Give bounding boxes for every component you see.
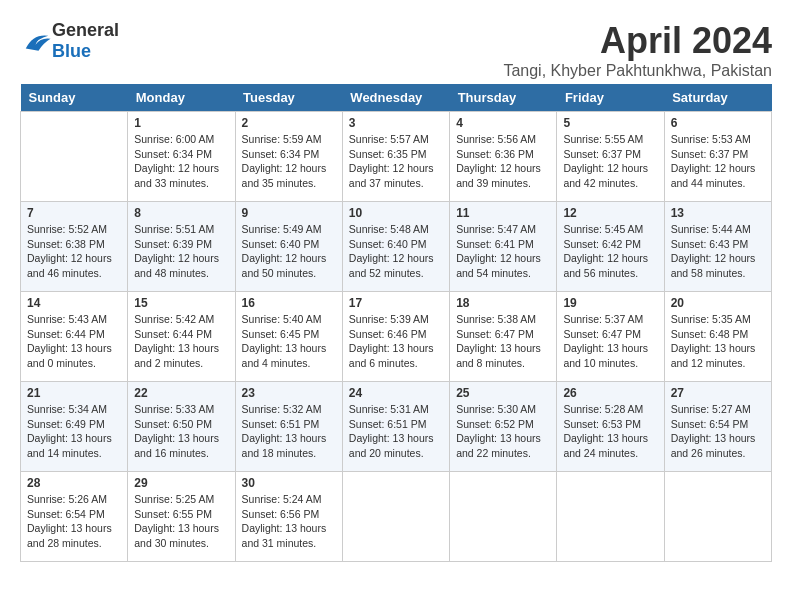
day-info: Sunrise: 5:47 AM Sunset: 6:41 PM Dayligh… bbox=[456, 222, 550, 281]
day-info: Sunrise: 5:39 AM Sunset: 6:46 PM Dayligh… bbox=[349, 312, 443, 371]
day-info: Sunrise: 5:48 AM Sunset: 6:40 PM Dayligh… bbox=[349, 222, 443, 281]
week-row-1: 1 Sunrise: 6:00 AM Sunset: 6:34 PM Dayli… bbox=[21, 112, 772, 202]
day-info: Sunrise: 5:44 AM Sunset: 6:43 PM Dayligh… bbox=[671, 222, 765, 281]
calendar-cell: 29 Sunrise: 5:25 AM Sunset: 6:55 PM Dayl… bbox=[128, 472, 235, 562]
day-number: 17 bbox=[349, 296, 443, 310]
calendar-cell: 24 Sunrise: 5:31 AM Sunset: 6:51 PM Dayl… bbox=[342, 382, 449, 472]
day-info: Sunrise: 5:57 AM Sunset: 6:35 PM Dayligh… bbox=[349, 132, 443, 191]
sunset-text: Sunset: 6:54 PM bbox=[27, 508, 105, 520]
sunset-text: Sunset: 6:54 PM bbox=[671, 418, 749, 430]
sunset-text: Sunset: 6:41 PM bbox=[456, 238, 534, 250]
sunset-text: Sunset: 6:47 PM bbox=[563, 328, 641, 340]
sunrise-text: Sunrise: 6:00 AM bbox=[134, 133, 214, 145]
calendar-cell: 26 Sunrise: 5:28 AM Sunset: 6:53 PM Dayl… bbox=[557, 382, 664, 472]
sunrise-text: Sunrise: 5:33 AM bbox=[134, 403, 214, 415]
sunrise-text: Sunrise: 5:48 AM bbox=[349, 223, 429, 235]
week-row-4: 21 Sunrise: 5:34 AM Sunset: 6:49 PM Dayl… bbox=[21, 382, 772, 472]
day-number: 25 bbox=[456, 386, 550, 400]
sunset-text: Sunset: 6:40 PM bbox=[349, 238, 427, 250]
sunset-text: Sunset: 6:51 PM bbox=[349, 418, 427, 430]
sunrise-text: Sunrise: 5:37 AM bbox=[563, 313, 643, 325]
calendar-cell: 15 Sunrise: 5:42 AM Sunset: 6:44 PM Dayl… bbox=[128, 292, 235, 382]
daylight-text: Daylight: 13 hours and 26 minutes. bbox=[671, 432, 756, 459]
day-info: Sunrise: 5:56 AM Sunset: 6:36 PM Dayligh… bbox=[456, 132, 550, 191]
day-number: 27 bbox=[671, 386, 765, 400]
sunrise-text: Sunrise: 5:30 AM bbox=[456, 403, 536, 415]
sunrise-text: Sunrise: 5:34 AM bbox=[27, 403, 107, 415]
day-info: Sunrise: 5:59 AM Sunset: 6:34 PM Dayligh… bbox=[242, 132, 336, 191]
calendar-cell: 6 Sunrise: 5:53 AM Sunset: 6:37 PM Dayli… bbox=[664, 112, 771, 202]
day-number: 10 bbox=[349, 206, 443, 220]
calendar-cell: 21 Sunrise: 5:34 AM Sunset: 6:49 PM Dayl… bbox=[21, 382, 128, 472]
day-number: 2 bbox=[242, 116, 336, 130]
daylight-text: Daylight: 13 hours and 2 minutes. bbox=[134, 342, 219, 369]
calendar-cell: 19 Sunrise: 5:37 AM Sunset: 6:47 PM Dayl… bbox=[557, 292, 664, 382]
week-row-3: 14 Sunrise: 5:43 AM Sunset: 6:44 PM Dayl… bbox=[21, 292, 772, 382]
daylight-text: Daylight: 12 hours and 50 minutes. bbox=[242, 252, 327, 279]
calendar-cell: 8 Sunrise: 5:51 AM Sunset: 6:39 PM Dayli… bbox=[128, 202, 235, 292]
sunset-text: Sunset: 6:37 PM bbox=[563, 148, 641, 160]
calendar-cell: 4 Sunrise: 5:56 AM Sunset: 6:36 PM Dayli… bbox=[450, 112, 557, 202]
sunrise-text: Sunrise: 5:24 AM bbox=[242, 493, 322, 505]
day-number: 1 bbox=[134, 116, 228, 130]
calendar-cell bbox=[557, 472, 664, 562]
week-row-5: 28 Sunrise: 5:26 AM Sunset: 6:54 PM Dayl… bbox=[21, 472, 772, 562]
daylight-text: Daylight: 12 hours and 58 minutes. bbox=[671, 252, 756, 279]
day-number: 13 bbox=[671, 206, 765, 220]
day-number: 23 bbox=[242, 386, 336, 400]
sunset-text: Sunset: 6:35 PM bbox=[349, 148, 427, 160]
calendar-cell: 3 Sunrise: 5:57 AM Sunset: 6:35 PM Dayli… bbox=[342, 112, 449, 202]
day-number: 9 bbox=[242, 206, 336, 220]
day-info: Sunrise: 5:42 AM Sunset: 6:44 PM Dayligh… bbox=[134, 312, 228, 371]
daylight-text: Daylight: 13 hours and 24 minutes. bbox=[563, 432, 648, 459]
calendar-cell: 17 Sunrise: 5:39 AM Sunset: 6:46 PM Dayl… bbox=[342, 292, 449, 382]
sunrise-text: Sunrise: 5:47 AM bbox=[456, 223, 536, 235]
weekday-header-saturday: Saturday bbox=[664, 84, 771, 112]
daylight-text: Daylight: 13 hours and 12 minutes. bbox=[671, 342, 756, 369]
day-number: 6 bbox=[671, 116, 765, 130]
day-info: Sunrise: 5:28 AM Sunset: 6:53 PM Dayligh… bbox=[563, 402, 657, 461]
calendar-cell: 28 Sunrise: 5:26 AM Sunset: 6:54 PM Dayl… bbox=[21, 472, 128, 562]
sunrise-text: Sunrise: 5:49 AM bbox=[242, 223, 322, 235]
sunrise-text: Sunrise: 5:31 AM bbox=[349, 403, 429, 415]
calendar-cell: 9 Sunrise: 5:49 AM Sunset: 6:40 PM Dayli… bbox=[235, 202, 342, 292]
day-number: 4 bbox=[456, 116, 550, 130]
calendar-cell: 5 Sunrise: 5:55 AM Sunset: 6:37 PM Dayli… bbox=[557, 112, 664, 202]
weekday-header-row: SundayMondayTuesdayWednesdayThursdayFrid… bbox=[21, 84, 772, 112]
day-info: Sunrise: 5:51 AM Sunset: 6:39 PM Dayligh… bbox=[134, 222, 228, 281]
sunrise-text: Sunrise: 5:52 AM bbox=[27, 223, 107, 235]
day-number: 22 bbox=[134, 386, 228, 400]
sunset-text: Sunset: 6:43 PM bbox=[671, 238, 749, 250]
day-info: Sunrise: 5:27 AM Sunset: 6:54 PM Dayligh… bbox=[671, 402, 765, 461]
day-number: 16 bbox=[242, 296, 336, 310]
logo-blue: Blue bbox=[52, 41, 91, 61]
weekday-header-wednesday: Wednesday bbox=[342, 84, 449, 112]
daylight-text: Daylight: 12 hours and 39 minutes. bbox=[456, 162, 541, 189]
sunset-text: Sunset: 6:37 PM bbox=[671, 148, 749, 160]
daylight-text: Daylight: 13 hours and 6 minutes. bbox=[349, 342, 434, 369]
weekday-header-tuesday: Tuesday bbox=[235, 84, 342, 112]
sunset-text: Sunset: 6:48 PM bbox=[671, 328, 749, 340]
sunset-text: Sunset: 6:42 PM bbox=[563, 238, 641, 250]
daylight-text: Daylight: 13 hours and 4 minutes. bbox=[242, 342, 327, 369]
daylight-text: Daylight: 12 hours and 33 minutes. bbox=[134, 162, 219, 189]
sunset-text: Sunset: 6:44 PM bbox=[134, 328, 212, 340]
calendar-cell bbox=[342, 472, 449, 562]
calendar-cell: 27 Sunrise: 5:27 AM Sunset: 6:54 PM Dayl… bbox=[664, 382, 771, 472]
calendar-cell: 12 Sunrise: 5:45 AM Sunset: 6:42 PM Dayl… bbox=[557, 202, 664, 292]
sunset-text: Sunset: 6:39 PM bbox=[134, 238, 212, 250]
calendar-cell: 14 Sunrise: 5:43 AM Sunset: 6:44 PM Dayl… bbox=[21, 292, 128, 382]
day-number: 8 bbox=[134, 206, 228, 220]
day-info: Sunrise: 6:00 AM Sunset: 6:34 PM Dayligh… bbox=[134, 132, 228, 191]
day-number: 19 bbox=[563, 296, 657, 310]
day-number: 24 bbox=[349, 386, 443, 400]
daylight-text: Daylight: 12 hours and 46 minutes. bbox=[27, 252, 112, 279]
daylight-text: Daylight: 12 hours and 54 minutes. bbox=[456, 252, 541, 279]
sunrise-text: Sunrise: 5:27 AM bbox=[671, 403, 751, 415]
weekday-header-thursday: Thursday bbox=[450, 84, 557, 112]
sunset-text: Sunset: 6:36 PM bbox=[456, 148, 534, 160]
calendar-cell: 7 Sunrise: 5:52 AM Sunset: 6:38 PM Dayli… bbox=[21, 202, 128, 292]
sunset-text: Sunset: 6:46 PM bbox=[349, 328, 427, 340]
daylight-text: Daylight: 12 hours and 44 minutes. bbox=[671, 162, 756, 189]
sunrise-text: Sunrise: 5:42 AM bbox=[134, 313, 214, 325]
